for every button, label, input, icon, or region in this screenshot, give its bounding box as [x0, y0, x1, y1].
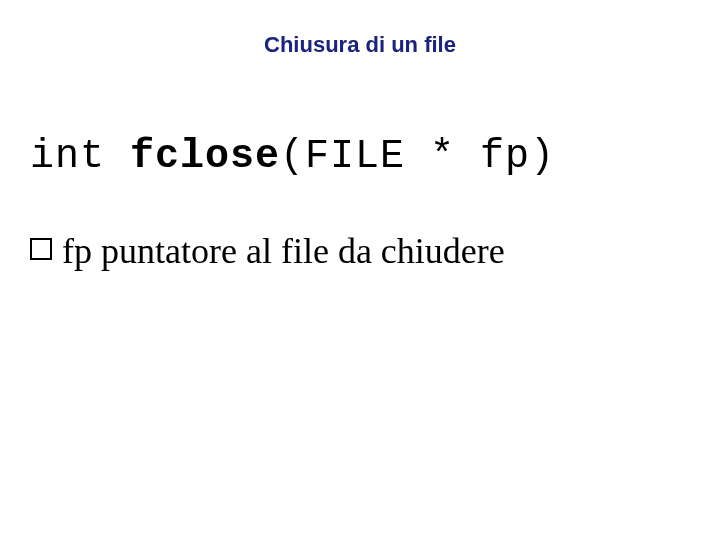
- function-signature: int fclose(FILE * fp): [30, 130, 555, 179]
- square-bullet-icon: [30, 238, 52, 260]
- bullet-item: fp puntatore al file da chiudere: [30, 230, 505, 272]
- slide: Chiusura di un file int fclose(FILE * fp…: [0, 0, 720, 540]
- return-type: int: [30, 134, 130, 179]
- parameter-list: (FILE * fp): [280, 134, 555, 179]
- bullet-text: fp puntatore al file da chiudere: [62, 230, 505, 272]
- slide-title: Chiusura di un file: [0, 32, 720, 58]
- function-name: fclose: [130, 134, 280, 179]
